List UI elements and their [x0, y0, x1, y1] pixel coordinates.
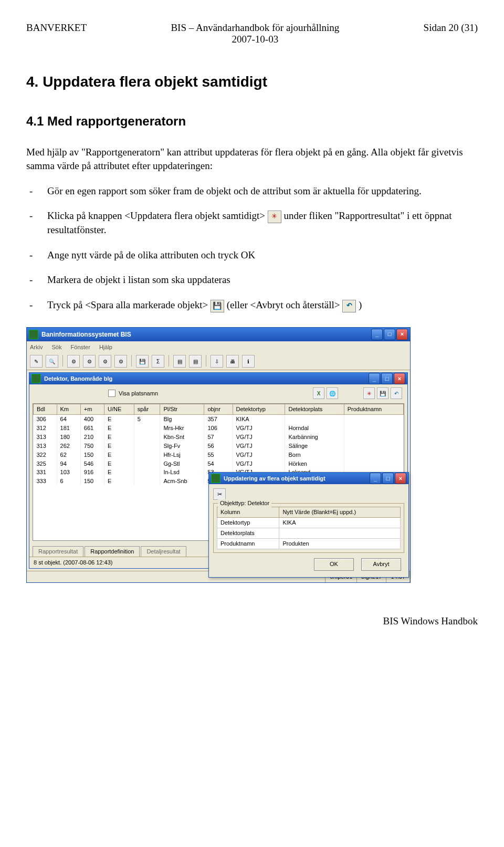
bullet-2: Klicka på knappen <Uppdatera flera objek…	[26, 209, 478, 236]
table-row[interactable]: 32594546EGg-Stl54VG/TJHörken	[34, 459, 404, 468]
page-header: BANVERKET BIS – Användarhandbok för ajou…	[26, 21, 478, 46]
options-bar: Visa platsnamn X 🌐 ✳ 💾 ↶	[29, 384, 407, 402]
inner-minimize-button[interactable]: _	[369, 373, 380, 384]
dlg-row[interactable]: DetektortypKIKA	[217, 518, 401, 528]
tool-filter4-icon[interactable]: ⚙	[114, 355, 127, 368]
table-row[interactable]: 313180210EKbn-Snt57VG/TJKarbänning	[34, 433, 404, 442]
table-row[interactable]: 312181661EMrs-Hkr106VG/TJHorndal	[34, 424, 404, 433]
dialog-titlebar[interactable]: Uppdatering av flera objekt samtidigt _ …	[209, 473, 408, 484]
tool-doc1-icon[interactable]: ▤	[173, 355, 186, 368]
col-objnr[interactable]: objnr	[204, 404, 233, 415]
avbryt-button[interactable]: Avbryt	[361, 558, 401, 571]
tool-sum-icon[interactable]: Σ	[152, 355, 164, 368]
result-grid-container: Bdl Km +m U/NE spår Pl/Str objnr Detekto…	[33, 403, 404, 541]
groupbox-legend: Objekttyp: Detektor	[218, 499, 271, 507]
dialog-maximize-button[interactable]: □	[382, 473, 394, 484]
dlg-col-nytt[interactable]: Nytt Värde (Blankt=Ej uppd.)	[279, 507, 401, 518]
save-tool-icon[interactable]: 💾	[377, 388, 388, 399]
dialog-tool-icon[interactable]: ✂	[213, 488, 226, 500]
tool-info-icon[interactable]: ℹ	[242, 355, 255, 368]
app-titlebar[interactable]: Baninformationssystemet BIS _ □ ×	[27, 328, 410, 341]
visa-platsnamn-label: Visa platsnamn	[119, 390, 158, 398]
app-window: Baninformationssystemet BIS _ □ × Arkiv …	[26, 327, 411, 583]
update-dialog: Uppdatering av flera objekt samtidigt _ …	[208, 472, 409, 577]
col-detektortyp[interactable]: Detektortyp	[233, 404, 285, 415]
inner-window: Detektor, Banområde blg _ □ × Visa plats…	[29, 372, 408, 569]
bullet-3: Ange nytt värde på de olika attributen o…	[26, 248, 478, 262]
tool-export-icon[interactable]: ⇩	[211, 355, 223, 368]
maximize-button[interactable]: □	[384, 329, 395, 340]
menu-arkiv[interactable]: Arkiv	[30, 344, 43, 350]
header-left: BANVERKET	[26, 21, 87, 46]
dialog-icon	[211, 474, 220, 483]
visa-platsnamn-checkbox[interactable]	[108, 390, 116, 397]
menu-sok[interactable]: Sök	[52, 344, 62, 350]
dlg-row[interactable]: ProduktnamnProdukten	[217, 538, 401, 549]
dialog-minimize-button[interactable]: _	[370, 473, 381, 484]
tool-print-icon[interactable]: 🖶	[226, 355, 239, 368]
minimize-button[interactable]: _	[371, 329, 383, 340]
menu-hjalp[interactable]: Hjälp	[99, 344, 112, 350]
section-heading: 4. Uppdatera flera objekt samtidigt	[26, 72, 478, 92]
inner-titlebar[interactable]: Detektor, Banområde blg _ □ ×	[29, 373, 407, 384]
app-title: Baninformationssystemet BIS	[41, 330, 131, 339]
bullet-list: Gör en egen rapport som söker fram de ob…	[26, 184, 478, 312]
dialog-grid[interactable]: Kolumn Nytt Värde (Blankt=Ej uppd.) Dete…	[217, 507, 401, 549]
undo-icon	[342, 300, 356, 312]
undo-tool-icon[interactable]: ↶	[391, 388, 402, 399]
dialog-groupbox: Objekttyp: Detektor Kolumn Nytt Värde (B…	[213, 503, 404, 552]
col-une[interactable]: U/NE	[104, 404, 134, 415]
inner-close-button[interactable]: ×	[394, 373, 405, 384]
app-icon	[29, 330, 38, 339]
close-button[interactable]: ×	[396, 329, 408, 340]
page-footer: BIS Windows Handbok	[26, 614, 478, 628]
table-row[interactable]: 30664400E5Blg357KIKA	[34, 415, 404, 424]
dialog-title: Uppdatering av flera objekt samtidigt	[224, 475, 326, 483]
tool-doc2-icon[interactable]: ▤	[189, 355, 202, 368]
bullet-1: Gör en egen rapport som söker fram de ob…	[26, 184, 478, 198]
dlg-row[interactable]: Detektorplats	[217, 528, 401, 539]
table-row[interactable]: 32262150EHfr-Lsj55VG/TJBorn	[34, 451, 404, 459]
menubar[interactable]: Arkiv Sök Fönster Hjälp	[27, 341, 410, 353]
update-multi-icon	[268, 211, 281, 223]
tool-filter3-icon[interactable]: ⚙	[99, 355, 111, 368]
col-bdl[interactable]: Bdl	[34, 404, 57, 415]
header-right: Sidan 20 (31)	[424, 21, 478, 46]
grid-header-row: Bdl Km +m U/NE spår Pl/Str objnr Detekto…	[34, 404, 404, 415]
menu-fonster[interactable]: Fönster	[71, 344, 90, 350]
save-icon	[211, 300, 224, 312]
col-plstr[interactable]: Pl/Str	[160, 404, 204, 415]
tool-pencil-icon[interactable]: ✎	[30, 355, 43, 368]
tab-detaljresultat[interactable]: Detaljresultat	[141, 546, 186, 557]
bullet-5: Tryck på <Spara alla markerade objekt> (…	[26, 298, 478, 312]
tab-rapportresultat[interactable]: Rapportresultat	[33, 546, 83, 557]
col-detektorplats[interactable]: Detektorplats	[285, 404, 344, 415]
globe-icon[interactable]: 🌐	[327, 388, 338, 399]
tab-rapportdefinition[interactable]: Rapportdefinition	[85, 546, 140, 557]
update-multi-tool-icon[interactable]: ✳	[363, 388, 375, 399]
inner-app-icon	[32, 374, 41, 383]
dialog-close-button[interactable]: ×	[395, 473, 406, 484]
main-toolbar: ✎ 🔍 ⚙ ⚙ ⚙ ⚙ 💾 Σ ▤ ▤ ⇩ 🖶 ℹ	[27, 353, 410, 370]
tool-filter1-icon[interactable]: ⚙	[67, 355, 80, 368]
inner-maximize-button[interactable]: □	[381, 373, 393, 384]
col-spar[interactable]: spår	[134, 404, 160, 415]
dlg-col-kolumn[interactable]: Kolumn	[217, 507, 279, 518]
tool-search-icon[interactable]: 🔍	[46, 355, 58, 368]
ok-button[interactable]: OK	[314, 558, 354, 571]
inner-title: Detektor, Banområde blg	[44, 375, 112, 383]
col-produktnamn[interactable]: Produktnamn	[344, 404, 403, 415]
col-km[interactable]: Km	[57, 404, 80, 415]
bullet-4: Markera de objekt i listan som ska uppda…	[26, 273, 478, 287]
excel-icon[interactable]: X	[313, 388, 324, 399]
tool-filter2-icon[interactable]: ⚙	[83, 355, 96, 368]
subsection-heading: 4.1 Med rapportgeneratorn	[26, 113, 478, 130]
intro-paragraph: Med hjälp av "Rapportgeneratorn" kan att…	[26, 145, 478, 172]
col-plusm[interactable]: +m	[80, 404, 104, 415]
tool-save-icon[interactable]: 💾	[136, 355, 149, 368]
table-row[interactable]: 313262750ESlg-Fv56VG/TJSälinge	[34, 442, 404, 451]
